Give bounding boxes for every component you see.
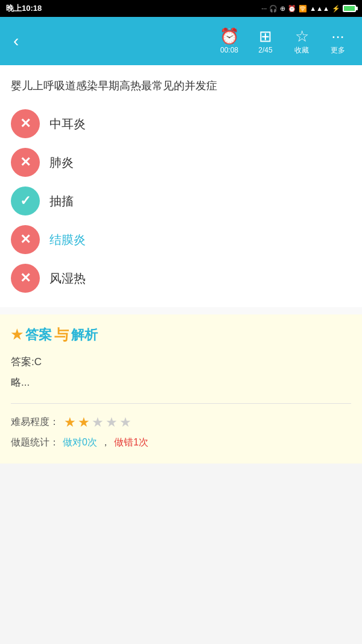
difficulty-row: 难易程度： ★ ★ ★ ★ ★	[11, 415, 351, 430]
favorite-label: 收藏	[294, 46, 309, 54]
option-b[interactable]: ✕ 肺炎	[11, 148, 351, 177]
answer-line: 答案:C	[11, 353, 351, 372]
star-3: ★	[92, 415, 104, 430]
option-e[interactable]: ✕ 风湿热	[11, 264, 351, 293]
star-5: ★	[119, 415, 132, 430]
main-content: 婴儿上呼吸道感染早期高热最常见的并发症 ✕ 中耳炎 ✕ 肺炎 ✓ 抽搐 ✕ 结膜…	[0, 65, 362, 464]
more-icon: ···	[331, 28, 345, 44]
grid-label: 2/45	[258, 46, 272, 54]
more-button[interactable]: ··· 更多	[320, 24, 356, 59]
option-a[interactable]: ✕ 中耳炎	[11, 109, 351, 138]
divider	[11, 403, 351, 404]
timer-label: 00:08	[220, 46, 238, 54]
difficulty-stars: ★ ★ ★ ★ ★	[64, 415, 132, 430]
grid-icon: ⊞	[259, 28, 272, 44]
back-button[interactable]: ‹	[6, 28, 26, 54]
option-a-text: 中耳炎	[49, 115, 86, 132]
option-c[interactable]: ✓ 抽搐	[11, 187, 351, 215]
stats-correct: 做对0次	[63, 436, 97, 449]
option-d-text: 结膜炎	[49, 231, 86, 248]
option-b-circle: ✕	[11, 148, 40, 177]
option-d-circle: ✕	[11, 225, 40, 254]
status-bar: 晚上10:18 ··· 🎧 ⊕ ⏰ 🛜 ▲▲▲ ⚡	[0, 0, 362, 17]
star-4: ★	[106, 415, 118, 430]
option-c-text: 抽搐	[49, 193, 74, 209]
option-e-circle: ✕	[11, 264, 40, 293]
toolbar-actions: ⏰ 00:08 ⊞ 2/45 ☆ 收藏 ··· 更多	[26, 24, 356, 59]
answer-star-icon: ★	[11, 327, 23, 343]
timer-button[interactable]: ⏰ 00:08	[211, 24, 247, 59]
more-label: 更多	[331, 46, 345, 54]
answer-title-part3: 解析	[71, 326, 98, 344]
star-icon: ☆	[295, 28, 309, 44]
stats-label: 做题统计：	[11, 436, 59, 449]
answer-title: ★ 答案 与 解析	[11, 325, 351, 345]
question-section: 婴儿上呼吸道感染早期高热最常见的并发症 ✕ 中耳炎 ✕ 肺炎 ✓ 抽搐 ✕ 结膜…	[0, 65, 362, 307]
answer-body: 答案:C 略...	[11, 353, 351, 392]
option-c-circle: ✓	[11, 187, 40, 215]
option-d[interactable]: ✕ 结膜炎	[11, 225, 351, 254]
wifi-icon: 🛜	[299, 5, 307, 13]
toolbar: ‹ ⏰ 00:08 ⊞ 2/45 ☆ 收藏 ··· 更多	[0, 17, 362, 65]
signal-dots-icon: ···	[261, 5, 267, 12]
options-list: ✕ 中耳炎 ✕ 肺炎 ✓ 抽搐 ✕ 结膜炎 ✕ 风湿热	[11, 109, 351, 293]
stats-separator: ，	[101, 436, 110, 449]
question-text: 婴儿上呼吸道感染早期高热最常见的并发症	[11, 77, 351, 95]
stats-row: 做题统计： 做对0次 ， 做错1次	[11, 436, 351, 449]
grid-button[interactable]: ⊞ 2/45	[247, 24, 284, 59]
difficulty-label: 难易程度：	[11, 416, 59, 429]
answer-title-part1: 答案	[25, 326, 52, 344]
answer-section: ★ 答案 与 解析 答案:C 略... 难易程度： ★ ★ ★ ★ ★ 做题统计…	[0, 314, 362, 464]
battery-icon	[343, 5, 356, 12]
headphone-icon: 🎧	[269, 5, 278, 13]
status-icons: ··· 🎧 ⊕ ⏰ 🛜 ▲▲▲ ⚡	[261, 5, 356, 13]
timer-icon: ⏰	[220, 28, 239, 44]
star-1: ★	[64, 415, 76, 430]
favorite-button[interactable]: ☆ 收藏	[284, 24, 320, 59]
stats-wrong: 做错1次	[114, 436, 148, 449]
signal-bars-icon: ▲▲▲	[310, 5, 329, 12]
status-time: 晚上10:18	[6, 3, 42, 14]
circle-icon: ⊕	[280, 5, 285, 13]
lightning-icon: ⚡	[332, 5, 340, 13]
explanation-line: 略...	[11, 374, 351, 392]
answer-title-part2: 与	[54, 325, 69, 345]
alarm-icon: ⏰	[288, 5, 296, 13]
option-b-text: 肺炎	[49, 154, 74, 171]
option-a-circle: ✕	[11, 109, 40, 138]
star-2: ★	[78, 415, 90, 430]
option-e-text: 风湿热	[49, 270, 86, 287]
